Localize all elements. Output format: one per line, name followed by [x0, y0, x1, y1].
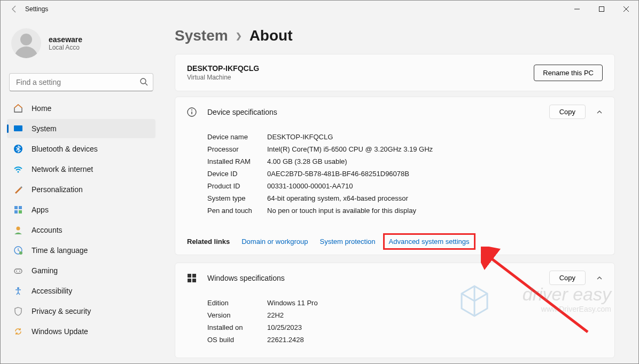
device-spec-grid: Device nameDESKTOP-IKFQCLGProcessorIntel…	[175, 126, 614, 228]
page-title: About	[250, 27, 293, 44]
profile-name: easeware	[49, 35, 82, 44]
minimize-button[interactable]	[565, 1, 589, 18]
sidebar-item-gaming[interactable]: Gaming	[7, 261, 155, 280]
update-icon	[13, 327, 23, 336]
spec-value: 10/25/2023	[267, 323, 302, 331]
svg-point-20	[191, 109, 192, 110]
sidebar-item-label: Personalization	[32, 185, 83, 194]
spec-key: Version	[207, 311, 267, 319]
rename-pc-button[interactable]: Rename this PC	[534, 65, 603, 81]
chevron-right-icon: ❯	[236, 31, 242, 40]
breadcrumb: System ❯ About	[175, 27, 615, 44]
spec-value: 4.00 GB (3.28 GB usable)	[267, 157, 347, 165]
svg-rect-15	[14, 269, 22, 273]
sidebar-item-personalization[interactable]: Personalization	[7, 180, 155, 199]
svg-rect-24	[188, 279, 191, 282]
sidebar-item-privacy[interactable]: Privacy & security	[7, 302, 155, 321]
accessibility-icon	[13, 286, 23, 296]
back-icon[interactable]	[10, 5, 19, 13]
svg-rect-23	[192, 274, 196, 278]
related-links-bar: Related links Domain or workgroup System…	[175, 228, 615, 255]
spec-row: Device ID0AEC2B7D-5B78-481B-BF46-68251D9…	[207, 168, 603, 180]
personalization-icon	[13, 185, 23, 194]
spec-key: System type	[207, 194, 267, 202]
sidebar-item-accessibility[interactable]: Accessibility	[7, 281, 155, 300]
svg-point-18	[17, 287, 19, 289]
svg-point-17	[19, 271, 20, 272]
spec-key: Product ID	[207, 182, 267, 190]
link-domain-workgroup[interactable]: Domain or workgroup	[241, 238, 308, 246]
search-input[interactable]	[9, 73, 153, 91]
sidebar-item-system[interactable]: System	[7, 119, 155, 138]
svg-point-12	[17, 227, 20, 231]
spec-key: Device name	[207, 133, 267, 141]
breadcrumb-parent[interactable]: System	[175, 27, 228, 44]
svg-rect-4	[14, 125, 22, 131]
spec-key: Installed RAM	[207, 157, 267, 165]
link-advanced-system-settings[interactable]: Advanced system settings	[389, 238, 470, 246]
sidebar-item-label: Apps	[32, 205, 49, 214]
spec-key: OS build	[207, 336, 267, 344]
sidebar-item-label: Network & internet	[32, 165, 93, 173]
spec-row: Installed RAM4.00 GB (3.28 GB usable)	[207, 155, 603, 168]
window-title: Settings	[25, 5, 565, 13]
spec-value: 22H2	[267, 311, 284, 319]
sidebar-item-accounts[interactable]: Accounts	[7, 220, 155, 240]
collapse-windows-spec-button[interactable]	[595, 275, 604, 281]
windows-spec-title: Windows specifications	[207, 274, 540, 282]
spec-row: Product ID00331-10000-00001-AA710	[207, 180, 603, 192]
sidebar-item-label: Windows Update	[32, 327, 88, 336]
profile-account-type: Local Acco	[49, 44, 82, 51]
copy-windows-spec-button[interactable]: Copy	[549, 271, 586, 285]
maximize-button[interactable]	[589, 1, 614, 18]
svg-rect-9	[19, 206, 22, 209]
sidebar-item-network[interactable]: Network & internet	[7, 160, 155, 179]
avatar	[11, 28, 41, 58]
sidebar-item-label: Privacy & security	[32, 307, 91, 315]
spec-row: ProcessorIntel(R) Core(TM) i5-6500 CPU @…	[207, 143, 603, 155]
wifi-icon	[13, 164, 23, 174]
sidebar-item-time[interactable]: Time & language	[7, 241, 155, 260]
spec-row: System type64-bit operating system, x64-…	[207, 192, 603, 204]
link-system-protection[interactable]: System protection	[320, 238, 375, 246]
collapse-device-spec-button[interactable]	[595, 109, 604, 115]
system-icon	[13, 124, 23, 133]
spec-row: Device nameDESKTOP-IKFQCLG	[207, 131, 603, 143]
svg-rect-1	[599, 7, 604, 12]
sidebar-item-bluetooth[interactable]: Bluetooth & devices	[7, 139, 155, 159]
sidebar-item-apps[interactable]: Apps	[7, 200, 155, 219]
search-box[interactable]	[9, 73, 153, 91]
spec-key: Installed on	[207, 323, 267, 331]
pc-name: DESKTOP-IKFQCLG	[187, 64, 259, 73]
spec-value: 64-bit operating system, x64-based proce…	[267, 194, 408, 202]
sidebar-item-update[interactable]: Windows Update	[7, 322, 155, 341]
profile-block[interactable]: easeware Local Acco	[7, 18, 155, 72]
spec-value: DESKTOP-IKFQCLG	[267, 133, 333, 141]
svg-point-7	[18, 171, 19, 173]
copy-device-spec-button[interactable]: Copy	[549, 105, 586, 119]
info-icon	[186, 106, 198, 118]
close-button[interactable]	[614, 1, 638, 18]
svg-rect-10	[14, 210, 18, 213]
spec-row: EditionWindows 11 Pro	[207, 297, 603, 309]
svg-rect-25	[192, 279, 196, 282]
content-area: System ❯ About DESKTOP-IKFQCLG Virtual M…	[162, 18, 638, 363]
time-icon	[13, 246, 23, 255]
device-spec-section: Device specifications Copy Device nameDE…	[175, 97, 615, 229]
device-spec-title: Device specifications	[207, 108, 540, 116]
pc-type: Virtual Machine	[187, 74, 259, 81]
spec-key: Device ID	[207, 170, 267, 178]
windows-icon	[186, 272, 198, 284]
privacy-icon	[13, 306, 23, 316]
spec-value: Intel(R) Core(TM) i5-6500 CPU @ 3.20GHz …	[267, 145, 433, 153]
spec-value: 0AEC2B7D-5B78-481B-BF46-68251D96078B	[267, 170, 409, 178]
windows-spec-grid: EditionWindows 11 ProVersion22H2Installe…	[175, 292, 614, 358]
spec-value: 00331-10000-00001-AA710	[267, 182, 353, 190]
svg-rect-22	[188, 274, 191, 278]
sidebar-item-label: Gaming	[32, 266, 58, 275]
sidebar-item-home[interactable]: Home	[7, 99, 155, 118]
spec-value: No pen or touch input is available for t…	[267, 207, 416, 215]
apps-icon	[13, 205, 23, 215]
bluetooth-icon	[13, 144, 23, 154]
svg-point-16	[16, 271, 17, 272]
